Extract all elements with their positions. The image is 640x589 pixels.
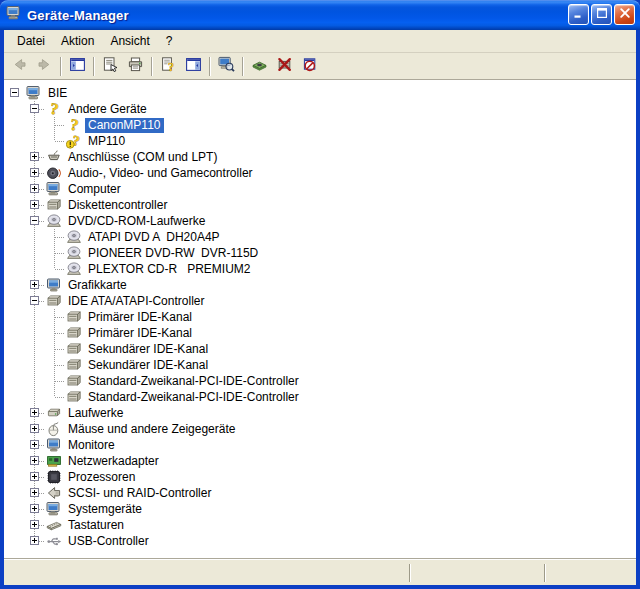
tree-item[interactable]: ATAPI DVD A DH20A4P [5,229,636,245]
collapse-icon[interactable] [10,88,19,97]
tree-item[interactable]: ?Andere Geräte [5,101,636,117]
tree-item[interactable]: Netzwerkadapter [5,453,636,469]
tree-item-label[interactable]: Standard-Zweikanal-PCI-IDE-Controller [85,390,302,405]
collapse-icon[interactable] [30,296,39,305]
tree-item-label[interactable]: Anschlüsse (COM und LPT) [65,150,220,165]
tree-item[interactable]: Laufwerke [5,405,636,421]
tree-item-label[interactable]: MP110 [85,134,128,149]
toggle-console-tree-button[interactable] [65,55,90,78]
tree-item[interactable]: Primärer IDE-Kanal [5,325,636,341]
expand-icon[interactable] [30,536,39,545]
scan-hardware-changes-button[interactable] [214,55,239,78]
uninstall-device-button[interactable] [297,55,322,78]
expand-icon[interactable] [30,440,39,449]
tree-item[interactable]: Computer [5,181,636,197]
controller-icon [45,197,63,213]
expand-icon[interactable] [30,280,39,289]
tree-item-label[interactable]: Prozessoren [65,470,138,485]
tree-item[interactable]: Primärer IDE-Kanal [5,309,636,325]
tree-item-label[interactable]: Mäuse und andere Zeigegeräte [65,422,238,437]
tree-item[interactable]: Tastaturen [5,517,636,533]
tree-item[interactable]: Prozessoren [5,469,636,485]
menu-item[interactable]: Aktion [53,32,102,50]
expand-icon[interactable] [30,152,39,161]
tree-guide [5,149,25,165]
close-button[interactable] [614,4,635,25]
tree-item-label[interactable]: SCSI- und RAID-Controller [65,486,214,501]
tree-item-label[interactable]: Sekundärer IDE-Kanal [85,342,211,357]
tree-item-label[interactable]: Monitore [65,438,118,453]
update-driver-button[interactable] [247,55,272,78]
expand-icon[interactable] [30,184,39,193]
title-bar[interactable]: Geräte-Manager [0,0,640,30]
minimize-button[interactable] [568,4,589,25]
tree-item-label[interactable]: DVD/CD-ROM-Laufwerke [65,214,208,229]
expand-icon[interactable] [30,504,39,513]
menu-item[interactable]: Ansicht [102,32,157,50]
properties-button[interactable] [98,55,123,78]
expand-icon[interactable] [30,456,39,465]
tree-item[interactable]: Audio-, Video- und Gamecontroller [5,165,636,181]
tree-item[interactable]: BIE [5,85,636,101]
tree-item[interactable]: Standard-Zweikanal-PCI-IDE-Controller [5,389,636,405]
tree-item[interactable]: USB-Controller [5,533,636,549]
tree-item-label[interactable]: Standard-Zweikanal-PCI-IDE-Controller [85,374,302,389]
tree-item-label[interactable]: CanonMP110 [85,118,164,133]
tree-item-label[interactable]: ATAPI DVD A DH20A4P [85,230,223,245]
tree-item-label[interactable]: Andere Geräte [65,102,150,117]
tree-item-label[interactable]: PLEXTOR CD-R PREMIUM2 [85,262,253,277]
expand-icon[interactable] [30,200,39,209]
tree-item-label[interactable]: Netzwerkadapter [65,454,162,469]
tree-item[interactable]: DVD/CD-ROM-Laufwerke [5,213,636,229]
tree-item[interactable]: Anschlüsse (COM und LPT) [5,149,636,165]
tree-guide [5,181,25,197]
menu-item[interactable]: ? [158,32,181,50]
tree-item[interactable]: Standard-Zweikanal-PCI-IDE-Controller [5,373,636,389]
tree-item[interactable]: Mäuse und andere Zeigegeräte [5,421,636,437]
display-icon [45,437,63,453]
expand-icon[interactable] [30,488,39,497]
tree-item-label[interactable]: BIE [45,86,70,101]
tree-item[interactable]: SCSI- und RAID-Controller [5,485,636,501]
collapse-icon[interactable] [30,104,39,113]
tree-item[interactable]: IDE ATA/ATAPI-Controller [5,293,636,309]
tree-item[interactable]: PLEXTOR CD-R PREMIUM2 [5,261,636,277]
tree-item[interactable]: Sekundärer IDE-Kanal [5,341,636,357]
back-button[interactable] [7,55,32,78]
tree-item-label[interactable]: USB-Controller [65,534,152,549]
expand-icon[interactable] [30,520,39,529]
tree-item-label[interactable]: Sekundärer IDE-Kanal [85,358,211,373]
tree-item[interactable]: ?CanonMP110 [5,117,636,133]
expand-icon[interactable] [30,424,39,433]
toggle-action-pane-button[interactable] [181,55,206,78]
tree-item-label[interactable]: Laufwerke [65,406,126,421]
expand-icon[interactable] [30,168,39,177]
tree-item[interactable]: Monitore [5,437,636,453]
cdrom-icon [65,245,83,261]
tree-item[interactable]: Diskettencontroller [5,197,636,213]
maximize-button[interactable] [591,4,612,25]
tree-item-label[interactable]: Computer [65,182,124,197]
tree-item[interactable]: Grafikkarte [5,277,636,293]
tree-item[interactable]: ?MP110 [5,133,636,149]
tree-item-label[interactable]: Grafikkarte [65,278,130,293]
tree-item[interactable]: Sekundärer IDE-Kanal [5,357,636,373]
expand-icon[interactable] [30,408,39,417]
disable-device-button[interactable] [272,55,297,78]
tree-item-label[interactable]: Primärer IDE-Kanal [85,326,195,341]
help-button[interactable]: ? [156,55,181,78]
expand-icon[interactable] [30,472,39,481]
tree-item[interactable]: Systemgeräte [5,501,636,517]
tree-item-label[interactable]: Audio-, Video- und Gamecontroller [65,166,256,181]
tree-item-label[interactable]: Systemgeräte [65,502,145,517]
tree-item-label[interactable]: Primärer IDE-Kanal [85,310,195,325]
menu-item[interactable]: Datei [9,32,53,50]
tree-item-label[interactable]: IDE ATA/ATAPI-Controller [65,294,207,309]
print-button[interactable] [123,55,148,78]
tree-item-label[interactable]: PIONEER DVD-RW DVR-115D [85,246,261,261]
forward-button[interactable] [32,55,57,78]
tree-item-label[interactable]: Diskettencontroller [65,198,170,213]
tree-item[interactable]: PIONEER DVD-RW DVR-115D [5,245,636,261]
collapse-icon[interactable] [30,216,39,225]
tree-item-label[interactable]: Tastaturen [65,518,127,533]
